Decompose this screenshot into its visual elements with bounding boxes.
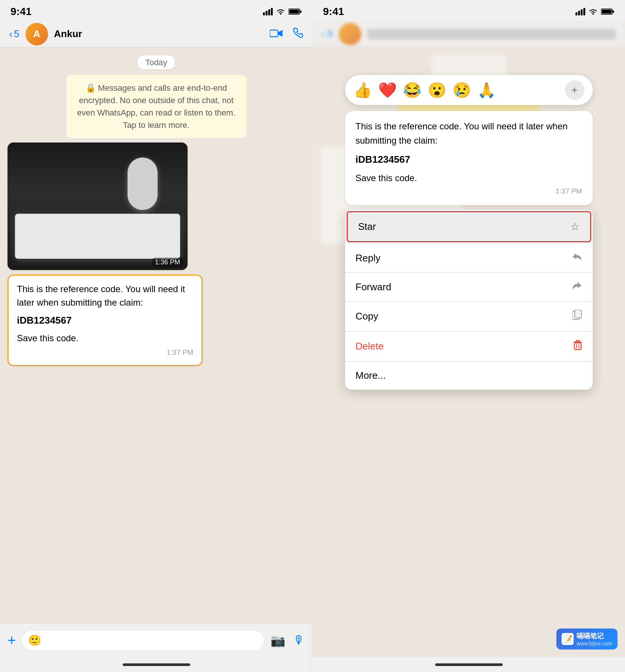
watermark-logo: 📝 [562,633,574,645]
copy-label: Copy [356,310,379,322]
reply-label: Reply [356,252,380,264]
delete-icon [573,340,582,353]
svg-point-4 [280,13,281,15]
forward-icon [572,281,582,293]
reaction-heart[interactable]: ❤️ [378,81,397,99]
contact-name: Ankur [54,28,264,40]
svg-rect-8 [270,30,278,37]
camera-icon[interactable]: 📷 [270,633,285,648]
message-text-2: Save this code. [17,332,193,345]
reaction-bar[interactable]: 👍 ❤️ 😂 😮 😢 🙏 + [345,75,593,105]
back-count: 5 [14,28,19,40]
signal-icon [263,8,273,15]
context-menu: Star ☆ Reply Forward [345,210,593,390]
reaction-laugh[interactable]: 😂 [403,81,422,99]
reaction-cry[interactable]: 😢 [452,81,471,99]
left-nav-bar: ‹ 5 A Ankur [0,21,312,47]
media-timestamp: 1:36 PM [152,258,183,267]
context-menu-copy[interactable]: Copy [345,302,593,332]
left-status-bar: 9:41 [0,0,312,21]
date-text: Today [138,56,175,69]
context-text-1: This is the reference code. You will nee… [356,119,582,148]
copy-icon [572,310,582,323]
watermark-url: www.bijixx.com [577,640,612,646]
more-label: More... [356,370,386,381]
delete-label: Delete [356,340,384,352]
svg-rect-18 [575,310,581,318]
svg-rect-3 [271,8,273,15]
nav-actions [270,27,303,40]
media-message[interactable]: 1:36 PM ↪ [8,142,188,270]
star-label: Star [358,221,376,232]
battery-icon [288,8,302,15]
context-menu-delete[interactable]: Delete [345,332,593,362]
star-icon: ☆ [570,220,580,233]
reply-icon [572,252,582,264]
reaction-wow[interactable]: 😮 [428,81,446,99]
chat-area: Today 🔒 Messages and calls are end-to-en… [0,47,312,623]
chevron-left-icon: ‹ [9,28,12,40]
context-code: iDB1234567 [356,152,582,168]
video-call-icon[interactable] [270,28,282,40]
sticker-icon: 🙂 [28,634,41,646]
svg-rect-6 [289,10,299,14]
message-text-1: This is the reference code. You will nee… [17,282,193,309]
encryption-text: 🔒 Messages and calls are end-to-end encr… [77,83,236,130]
keyboard-image [8,142,188,270]
back-button[interactable]: ‹ 5 [9,28,20,40]
context-time: 1:37 PM [356,186,582,197]
right-home-bar [435,663,503,666]
watermark: 📝 嗝嗝笔记 www.bijixx.com [556,628,617,650]
right-home-indicator [312,657,625,672]
reaction-thumbsup[interactable]: 👍 [353,81,372,99]
context-message-bubble: This is the reference code. You will nee… [345,111,593,205]
home-bar [123,663,190,666]
text-message-bubble[interactable]: This is the reference code. You will nee… [8,274,203,366]
wifi-icon [276,8,285,15]
svg-rect-1 [266,11,267,15]
bottom-action-icons: 📷 🎙 [270,633,305,648]
left-time: 9:41 [11,6,32,18]
right-panel: 9:41 ‹ 5 [312,0,625,672]
watermark-name: 嗝嗝笔记 [577,632,612,640]
context-text-2: Save this code. [356,171,582,185]
svg-rect-2 [268,9,270,15]
context-overlay: 👍 ❤️ 😂 😮 😢 🙏 + This is the reference cod… [312,0,625,672]
add-attachment-icon[interactable]: + [8,632,16,648]
contact-avatar[interactable]: A [26,23,48,45]
context-menu-star[interactable]: Star ☆ [347,211,591,242]
encryption-notice[interactable]: 🔒 Messages and calls are end-to-end encr… [66,75,246,138]
context-menu-reply[interactable]: Reply [345,244,593,273]
media-image [8,142,188,270]
message-timestamp: 1:37 PM [17,347,193,358]
bottom-bar: + 🙂 📷 🎙 [0,623,312,657]
reaction-more-button[interactable]: + [565,80,584,100]
microphone-icon[interactable]: 🎙 [293,633,305,647]
message-input[interactable]: 🙂 [22,630,264,651]
left-panel: 9:41 ‹ 5 A [0,0,312,672]
svg-rect-7 [300,10,302,13]
message-code: iDB1234567 [17,313,193,328]
context-menu-more[interactable]: More... [345,362,593,390]
date-label: Today [138,58,175,68]
context-menu-forward[interactable]: Forward [345,273,593,302]
forward-label: Forward [356,281,391,293]
svg-rect-0 [263,12,265,15]
reaction-pray[interactable]: 🙏 [477,81,496,99]
left-status-icons [263,8,302,15]
svg-rect-19 [574,343,581,350]
phone-call-icon[interactable] [293,27,303,40]
left-home-indicator [0,657,312,672]
